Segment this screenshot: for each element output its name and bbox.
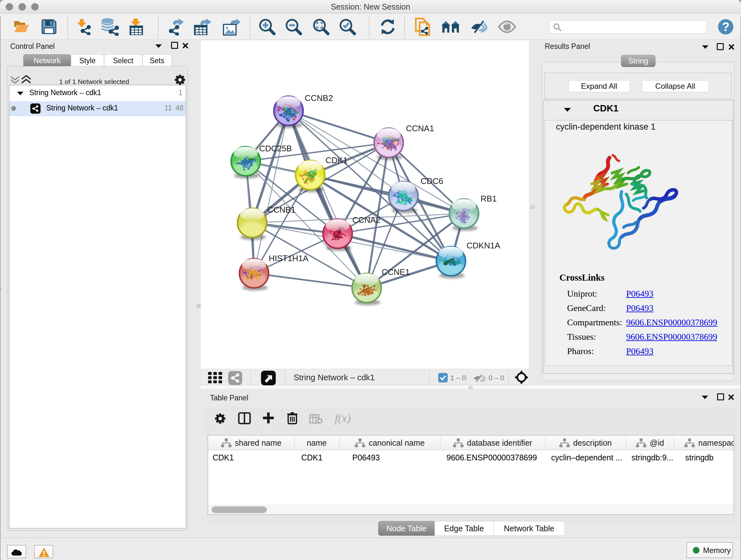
svg-text:?: ? [722,20,729,34]
svg-text:CCNB1: CCNB1 [267,205,295,214]
svg-text:CDK1: CDK1 [326,155,347,165]
svg-text:CCNE1: CCNE1 [382,267,410,277]
svg-text:RB1: RB1 [481,194,497,203]
svg-text:CCNA2: CCNA2 [352,215,381,225]
svg-text:CDKN1A: CDKN1A [467,241,500,250]
svg-text:HIST1H1A: HIST1H1A [269,253,309,263]
svg-text:CCNB2: CCNB2 [305,93,333,103]
svg-text:CDC6: CDC6 [421,176,443,186]
svg-text:CCNA1: CCNA1 [406,124,434,133]
svg-text:CDC25B: CDC25B [259,144,292,153]
